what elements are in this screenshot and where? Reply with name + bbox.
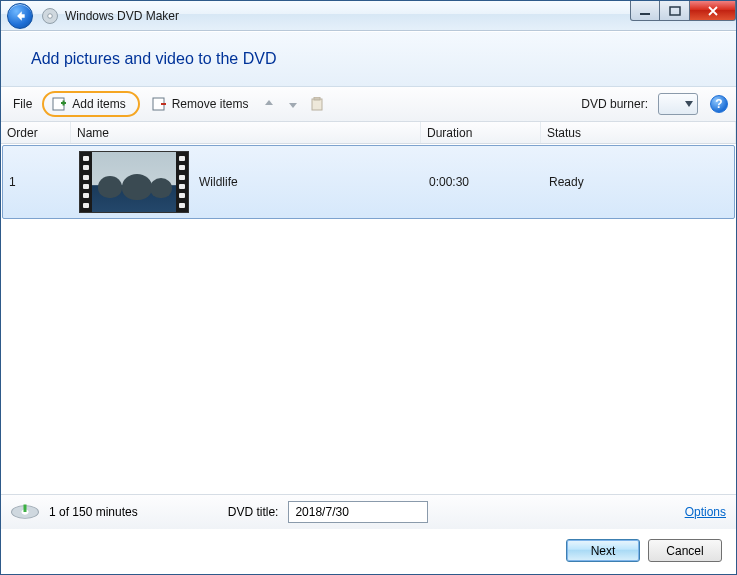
video-thumbnail	[79, 151, 189, 213]
move-down-button[interactable]	[284, 95, 302, 113]
file-menu[interactable]: File	[9, 95, 36, 113]
add-items-icon	[52, 96, 68, 112]
help-icon: ?	[715, 97, 722, 111]
column-headers: Order Name Duration Status	[1, 122, 736, 144]
dvd-maker-icon	[41, 7, 59, 25]
dvd-title-input[interactable]	[288, 501, 428, 523]
add-items-label: Add items	[72, 97, 125, 111]
cancel-button[interactable]: Cancel	[648, 539, 722, 562]
back-button[interactable]	[7, 3, 33, 29]
minimize-icon	[639, 6, 651, 16]
item-order: 1	[3, 175, 73, 189]
minutes-used: 1 of 150 minutes	[49, 505, 138, 519]
dvd-title-label: DVD title:	[228, 505, 279, 519]
add-items-button[interactable]: Add items	[46, 94, 131, 114]
add-items-highlight: Add items	[42, 91, 139, 117]
svg-rect-3	[670, 7, 680, 15]
svg-point-1	[48, 13, 53, 18]
dvd-burner-select[interactable]	[658, 93, 698, 115]
app-window: Windows DVD Maker Add pictures and video…	[0, 0, 737, 575]
clipboard-icon	[311, 97, 323, 111]
footer: Next Cancel	[1, 529, 736, 574]
remove-items-label: Remove items	[172, 97, 249, 111]
dvd-burner-label: DVD burner:	[581, 97, 648, 111]
item-status: Ready	[543, 175, 734, 189]
item-list: Order Name Duration Status 1 Wildlife 0:…	[1, 122, 736, 494]
next-button[interactable]: Next	[566, 539, 640, 562]
arrow-left-icon	[13, 9, 27, 23]
cancel-label: Cancel	[666, 544, 703, 558]
remove-items-button[interactable]: Remove items	[146, 94, 255, 114]
titlebar: Windows DVD Maker	[1, 1, 736, 31]
col-name[interactable]: Name	[71, 122, 421, 143]
status-bar: 1 of 150 minutes DVD title: Options	[1, 494, 736, 529]
svg-rect-6	[312, 99, 322, 110]
remove-items-icon	[152, 96, 168, 112]
app-title: Windows DVD Maker	[65, 9, 179, 23]
paste-button[interactable]	[308, 95, 326, 113]
col-duration[interactable]: Duration	[421, 122, 541, 143]
maximize-button[interactable]	[660, 1, 690, 21]
page-heading: Add pictures and video to the DVD	[31, 50, 706, 68]
next-label: Next	[591, 544, 616, 558]
help-button[interactable]: ?	[710, 95, 728, 113]
maximize-icon	[669, 6, 681, 16]
col-order[interactable]: Order	[1, 122, 71, 143]
list-item[interactable]: 1 Wildlife 0:00:30 Ready	[2, 145, 735, 219]
svg-rect-2	[640, 13, 650, 15]
minimize-button[interactable]	[630, 1, 660, 21]
close-icon	[707, 6, 719, 16]
arrow-up-icon	[263, 98, 275, 110]
heading-band: Add pictures and video to the DVD	[1, 31, 736, 87]
item-duration: 0:00:30	[423, 175, 543, 189]
move-up-button[interactable]	[260, 95, 278, 113]
toolbar: File Add items Remove items	[1, 87, 736, 122]
arrow-down-icon	[287, 98, 299, 110]
disc-usage-icon	[11, 505, 39, 519]
svg-rect-7	[314, 97, 320, 100]
window-controls	[630, 1, 736, 21]
options-link[interactable]: Options	[685, 505, 726, 519]
col-status[interactable]: Status	[541, 122, 736, 143]
close-button[interactable]	[690, 1, 736, 21]
item-name: Wildlife	[199, 175, 238, 189]
chevron-down-icon	[685, 101, 693, 107]
